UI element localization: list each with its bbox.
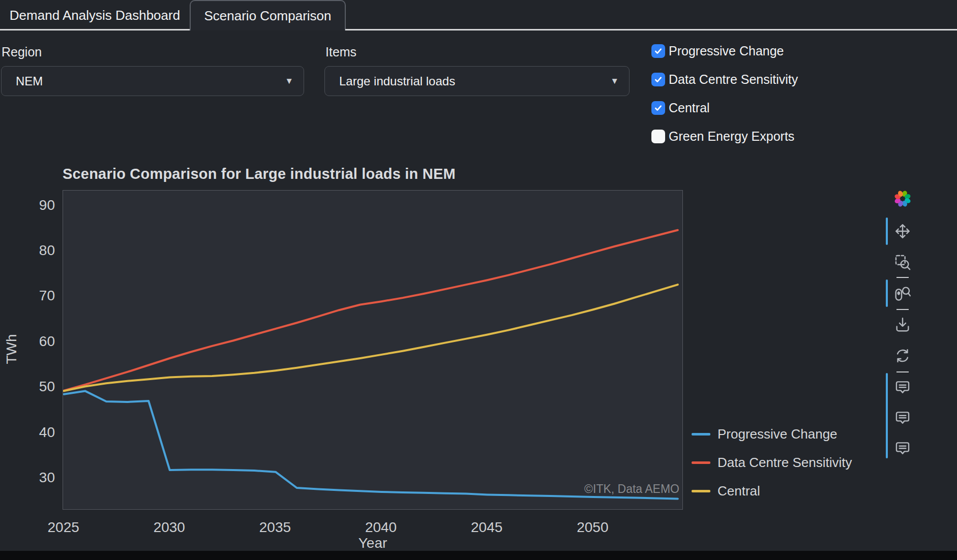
legend-line-swatch bbox=[692, 461, 710, 464]
tab-scenario-comparison[interactable]: Scenario Comparison bbox=[190, 0, 346, 30]
series-line-central bbox=[64, 285, 678, 391]
scenario-row-3: Green Energy Exports bbox=[651, 122, 798, 150]
toolbar-separator bbox=[896, 277, 909, 278]
plot-canvas[interactable]: ©ITK, Data AEMO bbox=[63, 190, 683, 510]
legend-item: Central bbox=[692, 477, 852, 505]
toolbar-separator bbox=[896, 309, 909, 310]
region-select-value: NEM bbox=[16, 74, 43, 88]
tab-bar: Demand Analysis Dashboard Scenario Compa… bbox=[0, 0, 957, 30]
dashboard-page: Demand Analysis Dashboard Scenario Compa… bbox=[0, 0, 957, 560]
hover-tool-icon[interactable] bbox=[894, 409, 911, 426]
hover-tool-icon[interactable] bbox=[894, 440, 911, 457]
legend-item: Progressive Change bbox=[692, 420, 852, 448]
checked-checkbox[interactable] bbox=[651, 44, 665, 58]
x-tick-label: 2050 bbox=[557, 519, 628, 536]
wheel-zoom-tool-icon[interactable] bbox=[894, 285, 911, 302]
chart-legend: Progressive ChangeData Centre Sensitivit… bbox=[692, 420, 852, 505]
chart-watermark: ©ITK, Data AEMO bbox=[584, 482, 679, 496]
bokeh-logo-icon bbox=[893, 189, 912, 208]
y-tick-label: 80 bbox=[14, 242, 55, 259]
x-tick-label: 2030 bbox=[134, 519, 205, 536]
wheel-zoom-active-indicator bbox=[886, 279, 888, 307]
items-label: Items bbox=[325, 45, 356, 59]
checked-checkbox[interactable] bbox=[651, 73, 665, 86]
y-tick-label: 90 bbox=[14, 197, 55, 214]
series-line-data-centre-sensitivity bbox=[64, 230, 678, 391]
toolbar-separator bbox=[896, 371, 909, 372]
hover-active-indicator bbox=[886, 373, 888, 458]
unchecked-checkbox[interactable] bbox=[651, 130, 665, 143]
pan-active-indicator bbox=[886, 217, 888, 245]
scenario-row-0: Progressive Change bbox=[651, 37, 798, 65]
scenario-checkbox-label: Green Energy Exports bbox=[669, 129, 794, 144]
scenario-row-1: Data Centre Sensitivity bbox=[651, 65, 798, 94]
pan-tool-icon[interactable] bbox=[894, 223, 911, 240]
hover-tool-icon[interactable] bbox=[894, 379, 911, 396]
region-label: Region bbox=[2, 45, 42, 59]
region-select[interactable]: NEM ▼ bbox=[1, 66, 304, 96]
scenario-row-2: Central bbox=[651, 94, 798, 122]
y-tick-label: 70 bbox=[14, 287, 55, 304]
x-tick-label: 2035 bbox=[240, 519, 311, 536]
save-tool-icon[interactable] bbox=[894, 316, 911, 333]
legend-label: Data Centre Sensitivity bbox=[717, 455, 852, 471]
check-icon bbox=[653, 75, 663, 84]
check-icon bbox=[653, 46, 663, 56]
y-tick-label: 60 bbox=[14, 333, 55, 350]
scenario-checkbox-label: Progressive Change bbox=[669, 44, 784, 58]
legend-line-swatch bbox=[692, 490, 710, 492]
x-tick-label: 2025 bbox=[28, 519, 99, 536]
tab-demand-analysis-dashboard[interactable]: Demand Analysis Dashboard bbox=[0, 0, 190, 30]
y-tick-label: 30 bbox=[14, 469, 55, 486]
reset-tool-icon[interactable] bbox=[894, 347, 911, 364]
x-tick-label: 2040 bbox=[345, 519, 416, 536]
chart-lines bbox=[63, 191, 682, 509]
check-icon bbox=[653, 103, 663, 113]
y-tick-label: 50 bbox=[14, 378, 55, 395]
legend-label: Central bbox=[717, 483, 760, 499]
bottom-strip bbox=[0, 551, 957, 560]
tabbar-underline bbox=[0, 29, 190, 30]
y-axis-title: TWh bbox=[4, 326, 20, 372]
scenario-checkbox-label: Central bbox=[669, 101, 710, 115]
scenario-checkbox-label: Data Centre Sensitivity bbox=[669, 72, 798, 87]
chevron-down-icon: ▼ bbox=[285, 76, 293, 86]
y-tick-label: 40 bbox=[14, 424, 55, 441]
legend-item: Data Centre Sensitivity bbox=[692, 448, 852, 477]
items-select-value: Large industrial loads bbox=[339, 74, 455, 88]
x-axis-title: Year bbox=[312, 535, 434, 551]
chart-title: Scenario Comparison for Large industrial… bbox=[63, 166, 456, 182]
checked-checkbox[interactable] bbox=[651, 101, 665, 115]
legend-line-swatch bbox=[692, 433, 710, 435]
x-tick-label: 2045 bbox=[451, 519, 522, 536]
legend-label: Progressive Change bbox=[717, 426, 838, 442]
box-zoom-tool-icon[interactable] bbox=[894, 254, 911, 271]
tabbar-underline bbox=[345, 29, 957, 30]
chevron-down-icon: ▼ bbox=[610, 76, 619, 86]
items-select[interactable]: Large industrial loads ▼ bbox=[324, 66, 630, 96]
scenario-checkbox-group: Progressive ChangeData Centre Sensitivit… bbox=[651, 37, 798, 150]
